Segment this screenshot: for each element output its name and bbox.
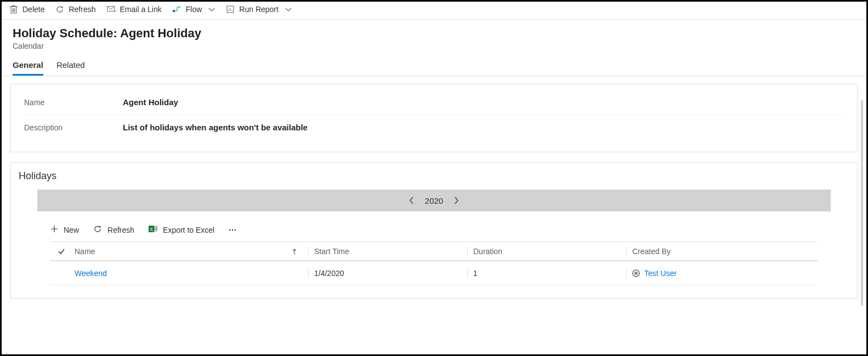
report-icon <box>226 5 235 14</box>
refresh-button[interactable]: Refresh <box>55 5 95 14</box>
refresh-icon <box>55 5 64 14</box>
svg-rect-2 <box>173 10 175 12</box>
select-all-checkbox[interactable] <box>50 248 72 255</box>
more-commands-button[interactable]: ⋯ <box>229 226 237 234</box>
tabs: General Related <box>2 50 866 76</box>
command-bar: Delete Refresh Email a Link Flow <box>2 2 866 20</box>
tab-related[interactable]: Related <box>56 60 85 76</box>
year-selector: 2020 <box>37 190 831 211</box>
tab-general[interactable]: General <box>13 60 43 76</box>
svg-text:X: X <box>150 227 154 232</box>
email-link-button[interactable]: Email a Link <box>107 5 162 14</box>
description-label: Description <box>24 123 123 132</box>
column-header-start[interactable]: Start Time <box>308 247 467 256</box>
column-header-name[interactable]: Name <box>72 247 308 256</box>
next-year-button[interactable] <box>453 196 459 205</box>
holiday-name-link[interactable]: Weekend <box>75 269 107 278</box>
svg-rect-3 <box>178 6 180 8</box>
column-header-createdby[interactable]: Created By <box>626 247 818 256</box>
column-header-duration[interactable]: Duration <box>467 247 626 256</box>
new-label: New <box>64 226 79 234</box>
holidays-table: Name Start Time Duration Created By Week… <box>50 242 818 285</box>
scrollbar[interactable] <box>861 100 863 306</box>
year-value: 2020 <box>425 196 443 205</box>
new-button[interactable]: New <box>50 225 79 234</box>
excel-icon: X <box>149 225 157 235</box>
run-report-button[interactable]: Run Report <box>226 5 292 14</box>
trash-icon <box>9 5 18 14</box>
user-presence-icon <box>632 269 640 277</box>
created-by-name: Test User <box>644 269 677 278</box>
delete-label: Delete <box>22 5 44 14</box>
email-link-label: Email a Link <box>120 5 162 14</box>
subgrid-refresh-label: Refresh <box>107 226 134 234</box>
refresh-icon <box>93 225 102 235</box>
name-label: Name <box>24 98 123 107</box>
subgrid-title: Holidays <box>15 167 853 190</box>
plus-icon <box>50 225 58 234</box>
table-header: Name Start Time Duration Created By <box>50 242 818 261</box>
sort-ascending-icon <box>292 248 297 257</box>
flow-label: Flow <box>186 5 202 14</box>
created-by-user-link[interactable]: Test User <box>632 269 818 278</box>
chevron-down-icon <box>208 5 215 14</box>
run-report-label: Run Report <box>239 5 279 14</box>
details-card: Name Agent Holiday Description List of h… <box>10 84 858 152</box>
subgrid-refresh-button[interactable]: Refresh <box>93 225 134 235</box>
export-excel-button[interactable]: X Export to Excel <box>149 225 214 235</box>
page-title: Holiday Schedule: Agent Holiday <box>13 26 855 41</box>
chevron-down-icon <box>285 5 292 14</box>
delete-button[interactable]: Delete <box>9 5 44 14</box>
mail-icon <box>107 5 116 14</box>
flow-icon <box>173 5 181 14</box>
field-row-name: Name Agent Holiday <box>24 90 844 115</box>
field-row-description: Description List of holidays when agents… <box>24 115 844 140</box>
holiday-start-value: 1/4/2020 <box>308 269 467 278</box>
svg-rect-9 <box>154 229 157 231</box>
holiday-duration-value: 1 <box>467 269 626 278</box>
subgrid-toolbar: New Refresh X Export to Excel ⋯ <box>15 222 853 242</box>
svg-rect-8 <box>154 228 157 229</box>
content-area: Name Agent Holiday Description List of h… <box>2 76 866 317</box>
export-label: Export to Excel <box>163 226 214 234</box>
prev-year-button[interactable] <box>409 196 415 205</box>
table-row[interactable]: Weekend 1/4/2020 1 Test User <box>50 261 818 285</box>
flow-button[interactable]: Flow <box>173 5 215 14</box>
svg-rect-7 <box>154 226 157 228</box>
refresh-label: Refresh <box>69 5 95 14</box>
page-subtitle: Calendar <box>13 42 855 50</box>
name-value[interactable]: Agent Holiday <box>123 97 178 107</box>
description-value[interactable]: List of holidays when agents won't be av… <box>123 123 308 132</box>
holidays-subgrid: Holidays 2020 New <box>10 162 858 299</box>
page-header: Holiday Schedule: Agent Holiday Calendar <box>2 20 866 50</box>
